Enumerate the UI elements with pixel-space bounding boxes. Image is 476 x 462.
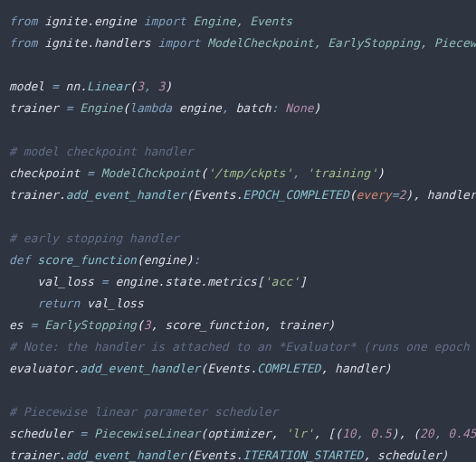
- ident: nn.: [59, 80, 87, 93]
- str: '/tmp/ckpts': [207, 166, 292, 180]
- ident: , scheduler): [363, 448, 448, 462]
- fn-add-event-handler: add_event_handler: [66, 188, 186, 202]
- ident: model: [9, 80, 52, 93]
- code-block: from ignite.engine import Engine, Events…: [0, 0, 476, 462]
- num: 0.5: [370, 427, 391, 440]
- cls-engine: Engine: [80, 101, 122, 115]
- arg: engine: [179, 101, 222, 115]
- event-completed: COMPLETED: [257, 362, 320, 375]
- import-names: Engine, Events: [194, 14, 293, 28]
- op-eq: =: [30, 318, 37, 332]
- paren: (: [137, 318, 144, 332]
- paren: ): [165, 80, 172, 93]
- num: 10: [342, 427, 357, 440]
- kw-return: return: [37, 297, 80, 310]
- op-eq: =: [87, 166, 94, 180]
- fn-add-event-handler: add_event_handler: [80, 362, 200, 375]
- paren: (: [129, 80, 137, 93]
- module-path: ignite.handlers: [44, 36, 150, 50]
- ident: trainer.: [9, 188, 66, 202]
- comma: ,: [357, 427, 371, 440]
- num: 0.45: [448, 427, 476, 440]
- ident: (optimizer,: [200, 427, 285, 440]
- ident: (Events.: [200, 362, 257, 375]
- event-iteration-started: ITERATION_STARTED: [243, 448, 363, 462]
- ident: trainer.: [9, 448, 66, 462]
- module-path: ignite.engine: [44, 14, 137, 28]
- kw-import: import: [157, 36, 200, 50]
- ident: trainer: [9, 101, 66, 115]
- ident: ), handler,: [405, 188, 476, 202]
- str: 'lr': [285, 427, 313, 440]
- ident: , score_function, trainer): [151, 318, 336, 332]
- paren: ): [186, 253, 194, 267]
- comma: ,: [144, 80, 158, 93]
- ident: es: [9, 318, 30, 332]
- colon: :: [271, 101, 286, 115]
- ident: scheduler: [9, 427, 80, 440]
- ident: (Events.: [186, 188, 243, 202]
- colon: :: [194, 253, 201, 267]
- ident: evaluator.: [9, 362, 80, 375]
- comment: # early stopping handler: [9, 231, 179, 245]
- op-eq: =: [52, 80, 59, 93]
- op-eq: =: [80, 427, 87, 440]
- kw-def: def: [9, 253, 30, 267]
- paren: ): [314, 101, 321, 115]
- kwarg-every: every: [357, 188, 392, 202]
- paren: (: [137, 253, 144, 267]
- cls-modelcheckpoint: ModelChckpoint: [101, 166, 201, 180]
- num: 20: [420, 427, 434, 440]
- fn-score-function: score_function: [37, 253, 137, 267]
- ident: ), (: [392, 427, 420, 440]
- ident: (Events.: [186, 448, 243, 462]
- ident: , [(: [314, 427, 342, 440]
- ident: , handler): [320, 362, 391, 375]
- op-eq: =: [101, 275, 109, 288]
- str: 'training': [307, 166, 377, 180]
- none: None: [285, 101, 313, 115]
- cls-piecewiselinear: PiecewiseLinear: [94, 427, 200, 440]
- comma: ,: [292, 166, 307, 180]
- num: 3: [137, 80, 144, 93]
- ident: checkpoint: [9, 166, 87, 180]
- paren: (: [122, 101, 129, 115]
- import-names: ModelCheckpoint, EarlyStopping, Piecewi: [207, 36, 476, 50]
- cls-earlystopping: EarlyStopping: [44, 318, 137, 332]
- arg: engine: [144, 253, 186, 267]
- ident: val_loss: [80, 297, 143, 310]
- kw-from: from: [9, 14, 37, 28]
- fn-add-event-handler: add_event_handler: [66, 448, 186, 462]
- comma: ,: [222, 101, 236, 115]
- kw-import: import: [144, 14, 186, 28]
- op-eq: =: [392, 188, 399, 202]
- kw-lambda: lambda: [129, 101, 172, 115]
- comma: ,: [434, 427, 449, 440]
- fn-linear: Linear: [87, 80, 129, 93]
- ident: engine.state.metrics[: [109, 275, 264, 288]
- paren: (: [349, 188, 357, 202]
- arg: batch: [236, 101, 271, 115]
- op-eq: =: [66, 101, 73, 115]
- paren: ): [377, 166, 385, 180]
- paren: (: [200, 166, 207, 180]
- ident: val_loss: [9, 275, 101, 288]
- ident: ]: [300, 275, 307, 288]
- comment: # model checkpoint handler: [9, 145, 194, 158]
- comment: # Piecewise linear parameter scheduler: [9, 405, 278, 419]
- event-epoch-completed: EPOCH_COMPLETED: [243, 188, 348, 202]
- comment: # Note: the handler is attached to an *E…: [9, 340, 476, 354]
- str: 'acc': [264, 275, 300, 288]
- kw-from: from: [9, 36, 37, 50]
- num: 3: [144, 318, 151, 332]
